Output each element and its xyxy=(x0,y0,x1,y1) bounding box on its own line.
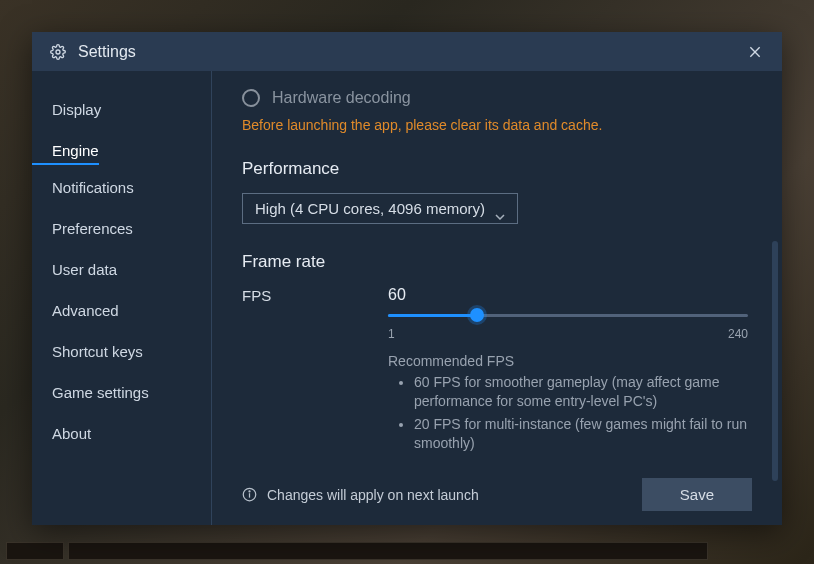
sidebar-item-engine[interactable]: Engine xyxy=(32,132,99,165)
thumbnail xyxy=(68,542,708,560)
fps-slider-thumb[interactable] xyxy=(470,308,484,322)
sidebar-item-about[interactable]: About xyxy=(32,415,91,452)
sidebar: Display Engine Notifications Preferences… xyxy=(32,71,212,525)
save-button[interactable]: Save xyxy=(642,478,752,511)
performance-select[interactable]: High (4 CPU cores, 4096 memory) xyxy=(242,193,518,224)
info-icon xyxy=(242,487,257,502)
fps-value: 60 xyxy=(388,286,748,304)
fps-slider-min: 1 xyxy=(388,327,395,341)
footer: Changes will apply on next launch Save xyxy=(242,478,752,511)
recommended-fps-item: 20 FPS for multi-instance (few games mig… xyxy=(414,415,748,453)
fps-label: FPS xyxy=(242,286,388,304)
frame-rate-title: Frame rate xyxy=(242,252,752,272)
titlebar: Settings xyxy=(32,32,782,71)
performance-select-value: High (4 CPU cores, 4096 memory) xyxy=(255,200,485,217)
sidebar-item-advanced[interactable]: Advanced xyxy=(32,292,119,329)
content-panel: Hardware decoding Before launching the a… xyxy=(212,71,782,525)
close-icon[interactable] xyxy=(746,43,764,61)
gear-icon xyxy=(50,44,66,60)
sidebar-item-shortcut-keys[interactable]: Shortcut keys xyxy=(32,333,143,370)
svg-point-5 xyxy=(249,491,250,492)
hardware-decoding-row[interactable]: Hardware decoding xyxy=(242,89,752,107)
hardware-decoding-label: Hardware decoding xyxy=(272,89,411,107)
performance-title: Performance xyxy=(242,159,752,179)
fps-slider-max: 240 xyxy=(728,327,748,341)
settings-modal: Settings Display Engine Notifications Pr… xyxy=(32,32,782,525)
svg-point-0 xyxy=(56,50,60,54)
fps-slider-fill xyxy=(388,314,477,317)
chevron-down-icon xyxy=(495,206,505,212)
warning-text: Before launching the app, please clear i… xyxy=(242,117,752,133)
sidebar-item-display[interactable]: Display xyxy=(32,91,101,128)
sidebar-item-game-settings[interactable]: Game settings xyxy=(32,374,149,411)
thumbnail xyxy=(6,542,64,560)
radio-icon[interactable] xyxy=(242,89,260,107)
fps-slider[interactable] xyxy=(388,314,748,317)
sidebar-item-user-data[interactable]: User data xyxy=(32,251,117,288)
sidebar-item-preferences[interactable]: Preferences xyxy=(32,210,133,247)
background-thumbnails xyxy=(6,542,708,560)
window-title: Settings xyxy=(78,43,136,61)
footer-notice: Changes will apply on next launch xyxy=(267,487,479,503)
recommended-fps-title: Recommended FPS xyxy=(388,353,748,369)
recommended-fps-item: 60 FPS for smoother gameplay (may affect… xyxy=(414,373,748,411)
scrollbar[interactable] xyxy=(772,241,778,481)
sidebar-item-notifications[interactable]: Notifications xyxy=(32,169,134,206)
